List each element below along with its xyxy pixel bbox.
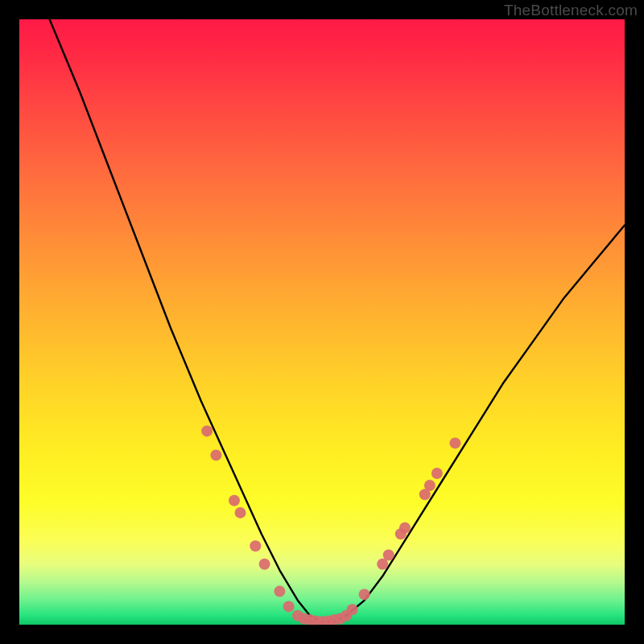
data-dot: [359, 588, 370, 600]
watermark-text: TheBottleneck.com: [504, 2, 638, 19]
bottleneck-curve: [50, 19, 625, 621]
data-dot: [259, 559, 270, 570]
data-dot: [235, 507, 246, 518]
data-dot: [210, 449, 221, 460]
data-dots: [201, 425, 460, 625]
plot-area: [19, 19, 625, 625]
data-dot: [250, 540, 261, 551]
data-dot: [399, 522, 411, 534]
data-dot: [201, 425, 213, 436]
data-dot: [383, 550, 394, 561]
data-dot: [283, 601, 295, 612]
data-dot: [274, 586, 285, 597]
data-dot: [449, 437, 460, 448]
chart-svg: [19, 19, 625, 625]
data-dot: [431, 468, 443, 479]
chart-frame: TheBottleneck.com: [0, 0, 644, 644]
data-dot: [229, 495, 240, 506]
data-dot: [424, 480, 436, 491]
data-dot: [347, 604, 358, 615]
